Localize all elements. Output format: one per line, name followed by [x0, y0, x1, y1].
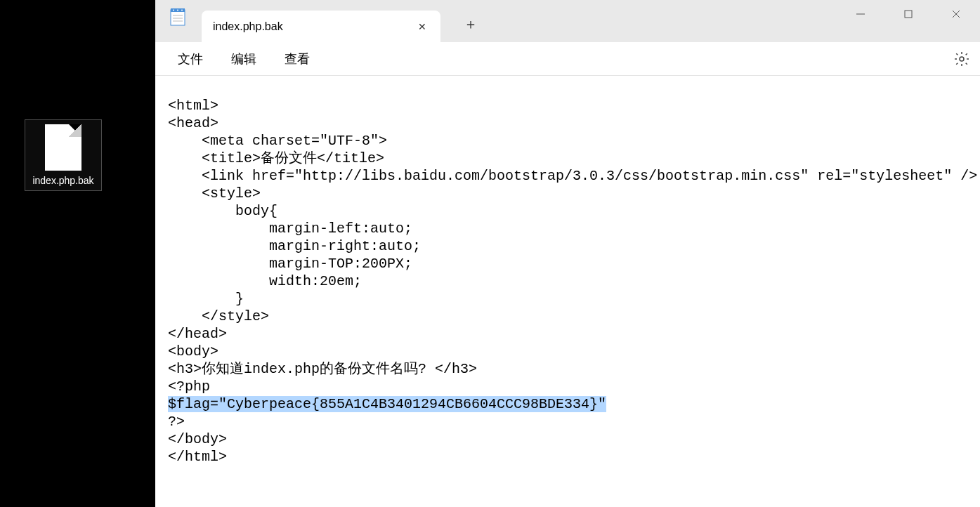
code-line-highlighted: $flag="Cyberpeace{855A1C4B3401294CB6604C… — [168, 395, 967, 413]
minimize-button[interactable] — [837, 0, 884, 28]
code-line: <head> — [168, 114, 967, 132]
code-line: <meta charset="UTF-8"> — [168, 132, 967, 150]
notepad-app-icon — [168, 7, 188, 27]
code-line: </head> — [168, 325, 967, 343]
window-controls — [837, 0, 980, 28]
code-line: <h3>你知道index.php的备份文件名吗? </h3> — [168, 360, 967, 378]
svg-point-4 — [181, 10, 183, 11]
code-line: margin-right:auto; — [168, 237, 967, 255]
notepad-window: index.php.bak ✕ ＋ 文件 编辑 查看 < — [155, 0, 980, 507]
menu-edit[interactable]: 编辑 — [217, 46, 270, 72]
tab-close-icon[interactable]: ✕ — [415, 20, 429, 34]
tab-title: index.php.bak — [213, 20, 415, 33]
code-line: <html> — [168, 97, 967, 114]
close-button[interactable] — [932, 0, 980, 28]
file-icon — [45, 124, 81, 171]
code-line: </style> — [168, 308, 967, 325]
tab-active[interactable]: index.php.bak ✕ — [202, 11, 440, 42]
desktop-background: index.php.bak — [0, 0, 155, 507]
new-tab-button[interactable]: ＋ — [462, 15, 480, 33]
menubar: 文件 编辑 查看 — [155, 42, 980, 76]
code-line: <style> — [168, 185, 967, 202]
titlebar[interactable]: index.php.bak ✕ ＋ — [155, 0, 980, 42]
desktop-file-icon[interactable]: index.php.bak — [25, 119, 102, 191]
code-line: width:20em; — [168, 272, 967, 290]
code-line: margin-left:auto; — [168, 220, 967, 237]
text-selection: $flag="Cyberpeace{855A1C4B3401294CB6604C… — [168, 396, 606, 412]
code-line: <body> — [168, 343, 967, 360]
desktop-icon-label: index.php.bak — [30, 175, 96, 189]
svg-point-3 — [177, 10, 178, 11]
code-line: body{ — [168, 202, 967, 220]
tab-bar: index.php.bak ✕ ＋ — [202, 0, 480, 42]
code-line: margin-TOP:200PX; — [168, 255, 967, 272]
maximize-button[interactable] — [884, 0, 932, 28]
code-line: } — [168, 290, 967, 308]
menu-file[interactable]: 文件 — [164, 46, 217, 72]
text-editor[interactable]: <html><head> <meta charset="UTF-8"> <tit… — [155, 76, 980, 507]
svg-rect-0 — [171, 10, 185, 25]
code-line: ?> — [168, 413, 967, 430]
code-line: <link href="http://libs.baidu.com/bootst… — [168, 167, 967, 185]
code-line: <?php — [168, 378, 967, 395]
code-line: <title>备份文件</title> — [168, 150, 967, 167]
code-line: </body> — [168, 430, 967, 448]
svg-rect-9 — [905, 11, 912, 18]
svg-point-2 — [173, 10, 174, 11]
code-line: </html> — [168, 448, 967, 466]
svg-point-12 — [960, 57, 964, 61]
menu-view[interactable]: 查看 — [270, 46, 324, 72]
gear-icon[interactable] — [953, 51, 970, 67]
